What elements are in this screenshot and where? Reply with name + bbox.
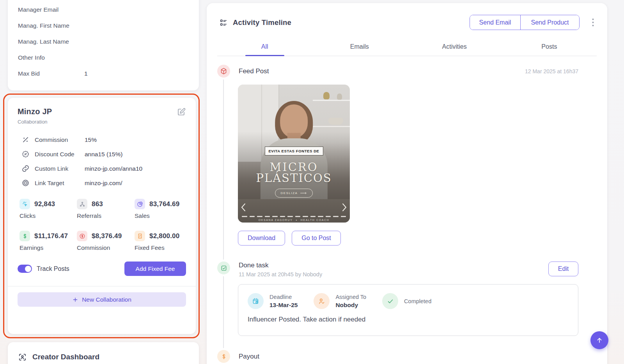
timeline-tabs: All Emails Activities Posts: [217, 38, 597, 56]
post-cta-pill: DESLIZA: [275, 189, 313, 198]
timeline-item-title: Done task: [239, 262, 322, 269]
detail-value: anna15 (15%): [85, 151, 122, 158]
timeline-item-meta: 11 Mar 2025 at 20h45 by Nobody: [239, 271, 322, 277]
stat-label: Sales: [135, 212, 186, 219]
post-overlay-label: EVITA ESTAS FONTES DE: [264, 147, 323, 155]
tab-emails[interactable]: Emails: [312, 38, 407, 56]
detail-row-commission: Commission 15%: [18, 133, 186, 147]
scroll-to-top-button[interactable]: [590, 331, 608, 349]
panel-title: Activity Timeline: [233, 18, 291, 27]
deadline-label: Deadline: [269, 294, 298, 300]
tab-activities[interactable]: Activities: [407, 38, 502, 56]
stat-value: $2,800.00: [149, 232, 179, 240]
field-row-other-info[interactable]: Other Info: [18, 49, 189, 65]
timeline-item-timestamp: 12 Mar 2025 at 16h37: [525, 68, 578, 74]
field-label: Max Bid: [18, 70, 84, 77]
edit-task-button[interactable]: Edit: [548, 262, 578, 276]
tab-posts[interactable]: Posts: [502, 38, 597, 56]
new-collaboration-button[interactable]: New Collaboration: [18, 292, 186, 307]
download-button[interactable]: Download: [238, 231, 285, 246]
stat-label: Commission: [77, 244, 135, 251]
circle-dollar-icon: [77, 231, 87, 241]
stat-value: 92,843: [34, 200, 55, 208]
post-credit-name: OKSANA ZAGORUY: [259, 219, 293, 221]
target-icon: [21, 179, 30, 187]
stat-label: Referrals: [77, 212, 135, 219]
field-value[interactable]: 1: [84, 70, 88, 77]
send-email-button[interactable]: Send Email: [470, 15, 521, 30]
stat-fixed-fees: $2,800.00 Fixed Fees: [135, 231, 186, 251]
detail-label: Link Target: [35, 180, 85, 187]
track-posts-toggle[interactable]: [18, 265, 32, 273]
field-row-manag-first-name[interactable]: Manag. First Name: [18, 18, 189, 34]
track-posts-label: Track Posts: [37, 265, 69, 272]
timeline-list-icon: [219, 18, 228, 27]
feed-post-image: EVITA ESTAS FONTES DE MICRO PLÁSTICOS DE…: [238, 85, 350, 223]
stat-referrals: 863 Referrals: [77, 199, 135, 219]
stat-label: Clicks: [20, 212, 77, 219]
click-icon: [20, 199, 30, 209]
task-completed-group: Completed: [382, 293, 431, 309]
detail-value: minzo-jp.com/anna10: [85, 165, 142, 172]
completed-label: Completed: [404, 298, 431, 304]
field-row-manager-email[interactable]: Manager Email: [18, 2, 189, 18]
payout-icon: [217, 350, 230, 363]
assigned-label: Assigned To: [335, 294, 366, 300]
more-options-icon[interactable]: [589, 18, 596, 27]
field-label: Manag. First Name: [18, 22, 84, 29]
go-to-post-button[interactable]: Go to Post: [292, 231, 341, 246]
collaboration-subtitle: Collaboration: [18, 119, 52, 125]
creator-dashboard-card: Creator Dashboard: [8, 342, 199, 364]
collaboration-title: Minzo JP: [18, 107, 52, 116]
detail-row-custom-link: Custom Link minzo-jp.com/anna10: [18, 161, 186, 176]
carousel-next-icon[interactable]: [342, 203, 347, 212]
package-cube-icon: [217, 65, 230, 78]
discount-icon: [21, 150, 30, 159]
check-square-icon: [217, 262, 230, 274]
stat-value: $8,376.49: [92, 232, 122, 240]
detail-row-link-target: Link Target minzo-jp.com/: [18, 176, 186, 190]
percent-icon: [21, 136, 30, 144]
plus-icon: [72, 297, 78, 303]
deadline-value: 13-Mar-25: [269, 302, 298, 309]
collaboration-card: Minzo JP Collaboration Commission 15% Di…: [8, 98, 196, 334]
stat-value: $11,176.47: [34, 232, 68, 240]
stat-clicks: 92,843 Clicks: [20, 199, 77, 219]
task-note: Influencer Posted. Take action if needed: [248, 316, 569, 323]
field-label: Manag. Last Name: [18, 38, 84, 45]
field-row-manag-last-name[interactable]: Manag. Last Name: [18, 34, 189, 49]
detail-value: 15%: [85, 136, 97, 143]
stat-earnings: $11,176.47 Earnings: [20, 231, 77, 251]
tab-all[interactable]: All: [217, 38, 312, 56]
dollar-icon: [20, 231, 30, 241]
dot-separator: •: [296, 218, 297, 222]
divider: [8, 286, 196, 286]
send-product-button[interactable]: Send Product: [521, 15, 579, 30]
creator-dashboard-title: Creator Dashboard: [32, 353, 99, 361]
task-detail-card: Deadline 13-Mar-25 Assigned To Nobody: [238, 284, 578, 336]
arrow-right-icon: [300, 192, 307, 194]
stat-label: Fixed Fees: [135, 244, 186, 251]
field-label: Manager Email: [18, 6, 84, 13]
timeline-item-payout: Payout: [217, 350, 578, 363]
task-deadline-group: Deadline 13-Mar-25: [248, 293, 298, 309]
send-actions-group: Send Email Send Product: [470, 15, 580, 30]
detail-label: Custom Link: [35, 165, 85, 172]
arrow-up-icon: [596, 336, 603, 344]
calendar-clock-icon: [248, 293, 264, 309]
post-headline-line2: PLÁSTICOS: [238, 171, 350, 185]
link-icon: [21, 164, 30, 173]
detail-label: Discount Code: [35, 151, 85, 158]
carousel-prev-icon[interactable]: [241, 203, 246, 212]
stat-sales: 83,764.69 Sales: [135, 199, 186, 219]
task-assigned-group: Assigned To Nobody: [314, 293, 366, 309]
add-fixed-fee-button[interactable]: Add Fixed Fee: [124, 262, 186, 276]
timeline-item-done-task: Done task 11 Mar 2025 at 20h45 by Nobody…: [217, 262, 578, 336]
referrals-icon: [77, 199, 87, 209]
face-scan-icon: [18, 353, 27, 362]
field-row-max-bid[interactable]: Max Bid 1: [18, 65, 189, 81]
timeline-item-feed-post: Feed Post 12 Mar 2025 at 16h37: [217, 56, 578, 246]
new-collaboration-label: New Collaboration: [82, 296, 131, 303]
edit-collaboration-icon[interactable]: [177, 107, 186, 117]
post-credit: OKSANA ZAGORUY • HEALTH COACH: [238, 218, 350, 222]
